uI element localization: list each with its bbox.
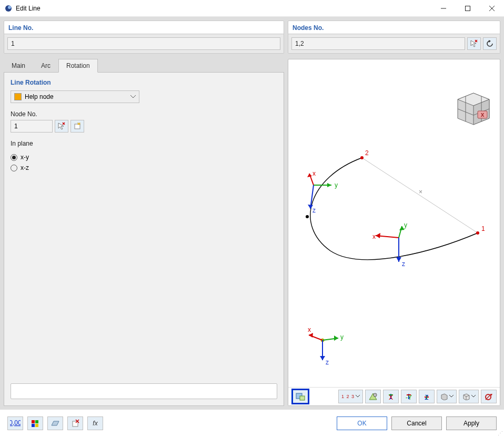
iso-box-icon (440, 393, 448, 400)
measure-view-button[interactable] (365, 390, 381, 403)
resize-grip-icon[interactable]: ⋰ (498, 430, 503, 436)
svg-rect-62 (32, 420, 35, 423)
numbering-button[interactable]: 1 2 3 (338, 390, 363, 403)
fx-icon: fx (90, 419, 100, 428)
clear-selection-icon (70, 419, 80, 428)
radio-label-xy: x-y (21, 154, 29, 161)
ok-button[interactable]: OK (337, 416, 387, 430)
tab-arc[interactable]: Arc (33, 59, 58, 73)
radio-label-xz: x-z (21, 164, 29, 171)
in-plane-label: In plane (11, 140, 277, 147)
view-y-button[interactable]: -Y (401, 390, 417, 403)
rotation-mode-label: Help node (25, 93, 54, 100)
svg-text:0,00: 0,00 (10, 419, 21, 426)
dialog-footer: 0,00 fx OK Cancel Apply (0, 410, 504, 437)
clear-selection-button[interactable] (67, 416, 83, 430)
new-node-button[interactable] (70, 120, 84, 133)
chevron-down-icon (449, 395, 453, 398)
nodes-no-header: Nodes No. (288, 21, 500, 34)
svg-text:Z: Z (425, 394, 428, 400)
cursor-pick-icon (57, 122, 66, 130)
line-no-input[interactable] (7, 37, 280, 50)
line-no-header: Line No. (4, 21, 284, 34)
minimize-button[interactable] (431, 1, 456, 16)
numbering-icon: 1 2 3 (341, 394, 355, 399)
nav-cube-icon: x (458, 93, 489, 125)
view-z-icon: Z (422, 393, 431, 400)
svg-text:y: y (404, 221, 407, 229)
pick-nodes-button[interactable] (467, 37, 481, 50)
iso-cube-button[interactable] (459, 390, 479, 403)
view-x-button[interactable]: X (383, 390, 399, 403)
svg-point-46 (375, 394, 376, 395)
preview-viewport[interactable]: x × 2 1 (288, 59, 500, 406)
line-rotation-title: Line Rotation (11, 79, 277, 86)
dropdown-swatch-icon (14, 93, 22, 100)
svg-text:x: x (372, 233, 376, 240)
svg-text:y: y (340, 333, 344, 341)
left-column: Line No. Main Arc Rotation Line Rotation… (4, 21, 284, 406)
svg-text:×: × (419, 188, 422, 196)
svg-rect-63 (35, 420, 38, 423)
svg-text:fx: fx (93, 420, 98, 427)
status-strip (11, 383, 277, 399)
svg-text:z: z (326, 359, 329, 366)
svg-point-23 (306, 215, 309, 218)
chevron-down-icon (471, 395, 476, 398)
line-no-body (4, 34, 284, 54)
show-figure-button[interactable] (293, 390, 308, 403)
svg-point-19 (360, 156, 364, 159)
triangle-eye-icon (368, 392, 378, 401)
preview-svg: x × 2 1 (288, 59, 500, 405)
display-props-button[interactable] (27, 416, 43, 430)
new-node-icon (73, 122, 82, 130)
svg-text:z: z (313, 207, 316, 214)
world-axes-icon: x y z (308, 326, 344, 366)
reset-view-button[interactable] (481, 390, 497, 403)
svg-text:y: y (335, 181, 338, 189)
nodes-no-body (288, 34, 500, 54)
app-icon (4, 4, 13, 13)
svg-text:-Y: -Y (406, 394, 412, 400)
tab-rotation[interactable]: Rotation (58, 59, 98, 73)
node-no-input[interactable] (11, 120, 53, 133)
undo-icon (486, 40, 494, 47)
tab-strip: Main Arc Rotation (4, 59, 284, 73)
svg-rect-3 (466, 6, 470, 11)
fx-button[interactable]: fx (87, 416, 103, 430)
units-button[interactable]: 0,00 (7, 416, 23, 430)
svg-text:2: 2 (365, 149, 369, 157)
shadow-icon (51, 419, 60, 428)
svg-text:1: 1 (481, 225, 485, 232)
dialog-content: Line No. Main Arc Rotation Line Rotation… (0, 17, 504, 410)
pick-node-button[interactable] (55, 120, 68, 133)
radio-plane-xz[interactable]: x-z (11, 164, 277, 171)
svg-text:z: z (402, 260, 405, 268)
maximize-button[interactable] (456, 1, 480, 16)
iso-box-button[interactable] (437, 390, 457, 403)
radio-icon (11, 154, 17, 161)
iso-cube-icon (462, 393, 470, 400)
preview-toolbar: 1 2 3 X -Y Z (288, 387, 500, 405)
window-title: Edit Line (16, 5, 41, 12)
radio-icon (11, 165, 17, 171)
apply-button[interactable]: Apply (446, 416, 497, 430)
rotation-panel: Line Rotation Help node Node No. In plan… (4, 72, 284, 406)
nodes-no-input[interactable] (291, 37, 465, 50)
shadow-toggle-button[interactable] (47, 416, 63, 430)
svg-text:X: X (389, 394, 393, 400)
radio-plane-xy[interactable]: x-y (11, 154, 277, 161)
cursor-clear-icon (470, 39, 478, 48)
svg-point-21 (476, 231, 479, 235)
chevron-down-icon (356, 395, 360, 398)
cancel-button[interactable]: Cancel (391, 416, 442, 430)
node-no-label: Node No. (11, 110, 277, 118)
view-z-button[interactable]: Z (419, 390, 435, 403)
svg-point-1 (8, 6, 11, 9)
tab-main[interactable]: Main (4, 59, 33, 73)
show-figure-icon (296, 392, 305, 401)
view-y-icon: -Y (405, 393, 413, 400)
rotation-mode-dropdown[interactable]: Help node (11, 90, 139, 103)
close-button[interactable] (480, 1, 504, 16)
undo-nodes-button[interactable] (483, 37, 497, 50)
